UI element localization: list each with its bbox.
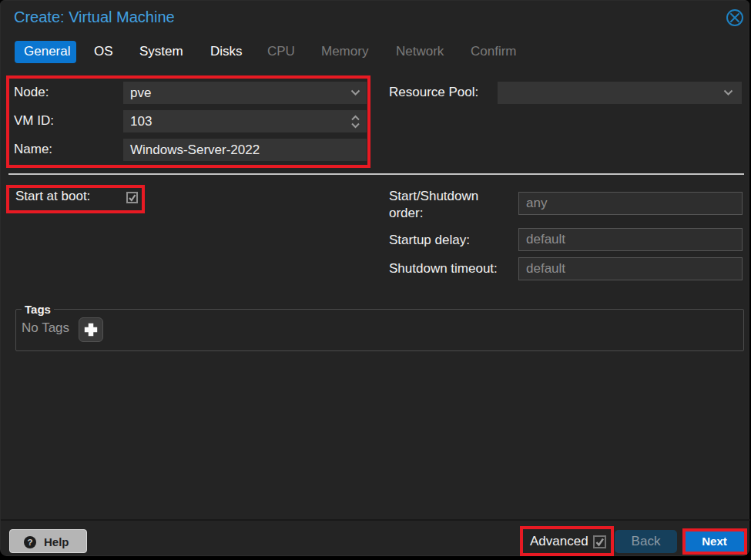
svg-text:?: ?: [27, 538, 32, 547]
